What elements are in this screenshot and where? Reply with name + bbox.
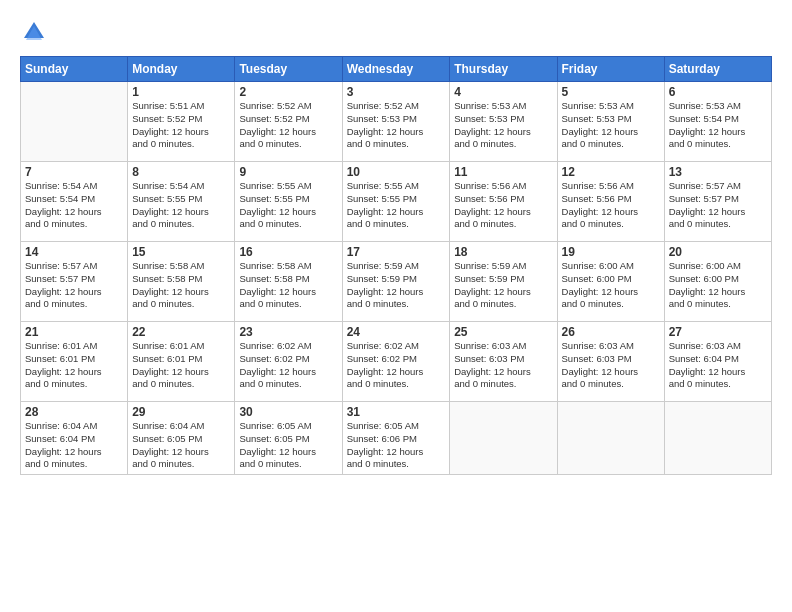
day-info: Sunrise: 5:53 AM Sunset: 5:54 PM Dayligh… xyxy=(669,100,767,151)
day-number: 1 xyxy=(132,85,230,99)
calendar-cell: 23Sunrise: 6:02 AM Sunset: 6:02 PM Dayli… xyxy=(235,322,342,402)
day-number: 7 xyxy=(25,165,123,179)
day-info: Sunrise: 5:53 AM Sunset: 5:53 PM Dayligh… xyxy=(454,100,552,151)
calendar-cell: 15Sunrise: 5:58 AM Sunset: 5:58 PM Dayli… xyxy=(128,242,235,322)
calendar-cell: 31Sunrise: 6:05 AM Sunset: 6:06 PM Dayli… xyxy=(342,402,450,475)
day-number: 3 xyxy=(347,85,446,99)
logo xyxy=(20,18,52,46)
day-number: 31 xyxy=(347,405,446,419)
day-info: Sunrise: 5:53 AM Sunset: 5:53 PM Dayligh… xyxy=(562,100,660,151)
day-info: Sunrise: 6:01 AM Sunset: 6:01 PM Dayligh… xyxy=(132,340,230,391)
day-number: 26 xyxy=(562,325,660,339)
day-info: Sunrise: 5:51 AM Sunset: 5:52 PM Dayligh… xyxy=(132,100,230,151)
calendar-cell: 28Sunrise: 6:04 AM Sunset: 6:04 PM Dayli… xyxy=(21,402,128,475)
calendar-cell: 29Sunrise: 6:04 AM Sunset: 6:05 PM Dayli… xyxy=(128,402,235,475)
day-number: 16 xyxy=(239,245,337,259)
calendar-cell: 1Sunrise: 5:51 AM Sunset: 5:52 PM Daylig… xyxy=(128,82,235,162)
calendar-cell: 18Sunrise: 5:59 AM Sunset: 5:59 PM Dayli… xyxy=(450,242,557,322)
calendar-cell: 4Sunrise: 5:53 AM Sunset: 5:53 PM Daylig… xyxy=(450,82,557,162)
calendar-cell xyxy=(557,402,664,475)
calendar-cell: 5Sunrise: 5:53 AM Sunset: 5:53 PM Daylig… xyxy=(557,82,664,162)
day-info: Sunrise: 6:05 AM Sunset: 6:06 PM Dayligh… xyxy=(347,420,446,471)
day-info: Sunrise: 6:04 AM Sunset: 6:05 PM Dayligh… xyxy=(132,420,230,471)
day-info: Sunrise: 6:03 AM Sunset: 6:03 PM Dayligh… xyxy=(454,340,552,391)
day-number: 15 xyxy=(132,245,230,259)
day-info: Sunrise: 6:05 AM Sunset: 6:05 PM Dayligh… xyxy=(239,420,337,471)
calendar-cell: 10Sunrise: 5:55 AM Sunset: 5:55 PM Dayli… xyxy=(342,162,450,242)
day-info: Sunrise: 5:59 AM Sunset: 5:59 PM Dayligh… xyxy=(454,260,552,311)
day-number: 5 xyxy=(562,85,660,99)
day-number: 25 xyxy=(454,325,552,339)
calendar-cell: 11Sunrise: 5:56 AM Sunset: 5:56 PM Dayli… xyxy=(450,162,557,242)
day-info: Sunrise: 5:58 AM Sunset: 5:58 PM Dayligh… xyxy=(239,260,337,311)
calendar-cell: 8Sunrise: 5:54 AM Sunset: 5:55 PM Daylig… xyxy=(128,162,235,242)
calendar-cell: 21Sunrise: 6:01 AM Sunset: 6:01 PM Dayli… xyxy=(21,322,128,402)
calendar-week-3: 21Sunrise: 6:01 AM Sunset: 6:01 PM Dayli… xyxy=(21,322,772,402)
day-info: Sunrise: 6:03 AM Sunset: 6:03 PM Dayligh… xyxy=(562,340,660,391)
calendar-cell xyxy=(450,402,557,475)
day-number: 23 xyxy=(239,325,337,339)
calendar-header-tuesday: Tuesday xyxy=(235,57,342,82)
calendar-cell: 2Sunrise: 5:52 AM Sunset: 5:52 PM Daylig… xyxy=(235,82,342,162)
day-number: 14 xyxy=(25,245,123,259)
calendar-cell: 3Sunrise: 5:52 AM Sunset: 5:53 PM Daylig… xyxy=(342,82,450,162)
day-info: Sunrise: 6:03 AM Sunset: 6:04 PM Dayligh… xyxy=(669,340,767,391)
day-number: 10 xyxy=(347,165,446,179)
calendar-cell: 13Sunrise: 5:57 AM Sunset: 5:57 PM Dayli… xyxy=(664,162,771,242)
day-info: Sunrise: 5:57 AM Sunset: 5:57 PM Dayligh… xyxy=(669,180,767,231)
day-number: 2 xyxy=(239,85,337,99)
header xyxy=(20,18,772,46)
day-number: 21 xyxy=(25,325,123,339)
calendar-week-2: 14Sunrise: 5:57 AM Sunset: 5:57 PM Dayli… xyxy=(21,242,772,322)
day-info: Sunrise: 5:58 AM Sunset: 5:58 PM Dayligh… xyxy=(132,260,230,311)
calendar-cell xyxy=(21,82,128,162)
calendar-week-1: 7Sunrise: 5:54 AM Sunset: 5:54 PM Daylig… xyxy=(21,162,772,242)
day-number: 18 xyxy=(454,245,552,259)
calendar-week-4: 28Sunrise: 6:04 AM Sunset: 6:04 PM Dayli… xyxy=(21,402,772,475)
day-number: 13 xyxy=(669,165,767,179)
day-number: 22 xyxy=(132,325,230,339)
calendar-cell: 20Sunrise: 6:00 AM Sunset: 6:00 PM Dayli… xyxy=(664,242,771,322)
day-info: Sunrise: 5:57 AM Sunset: 5:57 PM Dayligh… xyxy=(25,260,123,311)
day-info: Sunrise: 6:00 AM Sunset: 6:00 PM Dayligh… xyxy=(562,260,660,311)
day-number: 29 xyxy=(132,405,230,419)
calendar-header-row: SundayMondayTuesdayWednesdayThursdayFrid… xyxy=(21,57,772,82)
day-number: 4 xyxy=(454,85,552,99)
day-info: Sunrise: 5:54 AM Sunset: 5:54 PM Dayligh… xyxy=(25,180,123,231)
day-number: 28 xyxy=(25,405,123,419)
page: SundayMondayTuesdayWednesdayThursdayFrid… xyxy=(0,0,792,612)
day-number: 27 xyxy=(669,325,767,339)
calendar-cell: 14Sunrise: 5:57 AM Sunset: 5:57 PM Dayli… xyxy=(21,242,128,322)
calendar-header-sunday: Sunday xyxy=(21,57,128,82)
calendar-cell: 30Sunrise: 6:05 AM Sunset: 6:05 PM Dayli… xyxy=(235,402,342,475)
calendar-header-wednesday: Wednesday xyxy=(342,57,450,82)
calendar-header-monday: Monday xyxy=(128,57,235,82)
calendar-cell: 16Sunrise: 5:58 AM Sunset: 5:58 PM Dayli… xyxy=(235,242,342,322)
day-info: Sunrise: 6:01 AM Sunset: 6:01 PM Dayligh… xyxy=(25,340,123,391)
day-info: Sunrise: 5:56 AM Sunset: 5:56 PM Dayligh… xyxy=(454,180,552,231)
day-number: 30 xyxy=(239,405,337,419)
calendar-cell: 7Sunrise: 5:54 AM Sunset: 5:54 PM Daylig… xyxy=(21,162,128,242)
day-number: 24 xyxy=(347,325,446,339)
day-number: 12 xyxy=(562,165,660,179)
day-info: Sunrise: 5:54 AM Sunset: 5:55 PM Dayligh… xyxy=(132,180,230,231)
calendar-cell: 9Sunrise: 5:55 AM Sunset: 5:55 PM Daylig… xyxy=(235,162,342,242)
calendar-cell xyxy=(664,402,771,475)
calendar-table: SundayMondayTuesdayWednesdayThursdayFrid… xyxy=(20,56,772,475)
day-info: Sunrise: 5:52 AM Sunset: 5:52 PM Dayligh… xyxy=(239,100,337,151)
day-info: Sunrise: 6:00 AM Sunset: 6:00 PM Dayligh… xyxy=(669,260,767,311)
calendar-header-thursday: Thursday xyxy=(450,57,557,82)
day-number: 11 xyxy=(454,165,552,179)
day-number: 20 xyxy=(669,245,767,259)
calendar-cell: 6Sunrise: 5:53 AM Sunset: 5:54 PM Daylig… xyxy=(664,82,771,162)
day-number: 19 xyxy=(562,245,660,259)
calendar-cell: 17Sunrise: 5:59 AM Sunset: 5:59 PM Dayli… xyxy=(342,242,450,322)
day-info: Sunrise: 5:56 AM Sunset: 5:56 PM Dayligh… xyxy=(562,180,660,231)
calendar-cell: 24Sunrise: 6:02 AM Sunset: 6:02 PM Dayli… xyxy=(342,322,450,402)
day-info: Sunrise: 5:55 AM Sunset: 5:55 PM Dayligh… xyxy=(347,180,446,231)
day-number: 6 xyxy=(669,85,767,99)
calendar-cell: 25Sunrise: 6:03 AM Sunset: 6:03 PM Dayli… xyxy=(450,322,557,402)
day-info: Sunrise: 5:55 AM Sunset: 5:55 PM Dayligh… xyxy=(239,180,337,231)
day-info: Sunrise: 5:59 AM Sunset: 5:59 PM Dayligh… xyxy=(347,260,446,311)
calendar-cell: 27Sunrise: 6:03 AM Sunset: 6:04 PM Dayli… xyxy=(664,322,771,402)
